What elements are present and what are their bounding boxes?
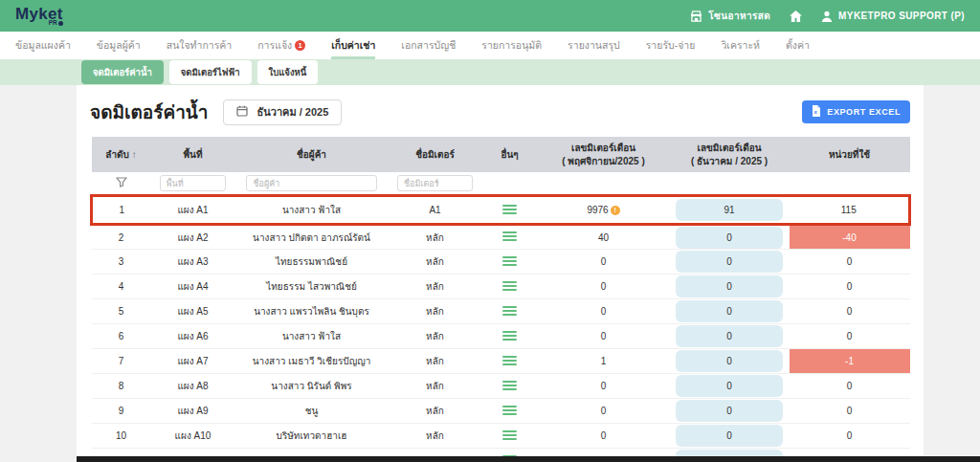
row-menu-icon[interactable] (502, 404, 517, 417)
nav-item-vendor-data[interactable]: ข้อมูลผู้ค้า (97, 32, 141, 59)
app-logo[interactable]: Myket PR (15, 6, 63, 27)
nav-item-income-expense[interactable]: รายรับ-จ่าย (646, 32, 696, 59)
cell-prev-month-reading: 0 (538, 374, 670, 399)
cell-current-month-reading: 0 (670, 399, 790, 424)
row-menu-icon[interactable] (502, 230, 517, 243)
notification-badge: 1 (295, 40, 305, 51)
nav-item-stall-data[interactable]: ข้อมูลแผงค้า (15, 32, 71, 59)
cell-order: 3 (92, 250, 151, 275)
filter-tenant-input[interactable] (246, 175, 376, 191)
row-menu-icon[interactable] (502, 379, 517, 392)
cell-meter-name: หลัก (389, 324, 482, 349)
row-menu-icon[interactable] (502, 203, 517, 216)
nav-item-approval-list[interactable]: รายการอนุมัติ (481, 32, 542, 59)
nav-item-label: รายรับ-จ่าย (646, 37, 696, 54)
cell-units-used: 0 (790, 299, 910, 324)
cell-prev-month-reading: 0 (538, 424, 670, 449)
cell-area: แผง A4 (151, 275, 235, 299)
filter-meter-input[interactable] (397, 175, 473, 191)
row-menu-icon[interactable] (502, 354, 517, 367)
current-reading-input[interactable]: 0 (676, 251, 783, 273)
filter-icon-cell (92, 172, 151, 196)
cell-prev-month-reading: 0 (538, 299, 670, 324)
column-header-units-used: หน่วยที่ใช้ (790, 137, 910, 172)
filter-area-input[interactable] (160, 175, 227, 191)
current-reading-input[interactable]: 0 (676, 227, 783, 249)
cell-tenant-name: นางสาว แพรวไพลิน ชินบุตร (235, 299, 389, 324)
filter-icon[interactable] (116, 179, 127, 189)
cell-meter-name: หลัก (389, 399, 482, 424)
nav-item-accounting-docs[interactable]: เอกสารบัญชี (401, 32, 456, 59)
cell-order: 7 (92, 349, 151, 374)
cell-tenant-name: นางสาว ฟ้าใส (235, 196, 389, 225)
table-row: 10แผง A10บริษัทเทวดาฮาเฮหลัก000 (92, 424, 910, 449)
tab-electric-meter[interactable]: จดมิเตอร์ไฟฟ้า (169, 60, 252, 84)
user-label: MYKETPRO SUPPORT (P) (838, 11, 965, 21)
nav-item-label: ข้อมูลผู้ค้า (97, 37, 141, 54)
nav-item-trade-interest[interactable]: สนใจทำการค้า (167, 32, 233, 59)
cell-misc (482, 275, 538, 299)
cell-units-used: 0 (790, 324, 910, 349)
tab-invoice[interactable]: ใบแจ้งหนี้ (257, 60, 319, 84)
cell-misc (482, 399, 538, 424)
cell-units-used: 0 (790, 374, 910, 399)
table-row: 6แผง A6นางสาว ฟ้าใสหลัก000 (92, 324, 910, 349)
cell-order: 1 (92, 196, 151, 225)
svg-text:x: x (814, 109, 818, 115)
row-menu-icon[interactable] (502, 304, 517, 318)
table-row: 8แผง A8นางสาว นิรันด์ พิพรหลัก000 (92, 374, 910, 399)
current-reading-input[interactable]: 0 (676, 425, 783, 447)
row-menu-icon[interactable] (502, 429, 517, 442)
cell-current-month-reading: 0 (670, 275, 790, 299)
warning-icon[interactable]: ! (611, 206, 620, 215)
cell-prev-month-reading: 0 (538, 275, 670, 299)
row-menu-icon[interactable] (502, 279, 517, 293)
nav-item-summary-report[interactable]: รายงานสรุป (568, 32, 620, 59)
filter-row (92, 172, 910, 196)
cell-misc (482, 324, 538, 349)
main-content: จดมิเตอร์ค่าน้ำ ธันวาคม / 2025 x EXPORT … (77, 85, 924, 462)
user-menu[interactable]: MYKETPRO SUPPORT (P) (821, 11, 965, 22)
tab-water-meter[interactable]: จดมิเตอร์ค่าน้ำ (81, 60, 164, 84)
cell-meter-name: หลัก (389, 299, 482, 324)
current-reading-input[interactable]: 0 (676, 375, 783, 397)
nav-item-analysis[interactable]: วิเคราะห์ (721, 32, 760, 59)
nav-item-settings[interactable]: ตั้งค่า (786, 32, 810, 59)
store-icon (690, 11, 702, 22)
current-reading-input[interactable]: 91 (676, 199, 783, 221)
cell-area: แผง A7 (151, 349, 235, 374)
nav-item-label: สนใจทำการค้า (167, 37, 233, 54)
export-excel-button[interactable]: x EXPORT EXCEL (802, 100, 910, 123)
tab-strip: จดมิเตอร์ค่าน้ำจดมิเตอร์ไฟฟ้าใบแจ้งหนี้ (0, 59, 980, 85)
cell-current-month-reading: 0 (670, 225, 790, 250)
cell-prev-month-reading: 1 (538, 349, 670, 374)
cell-units-used: 115 (790, 196, 910, 225)
nav-item-rent-collection[interactable]: เก็บค่าเช่า (331, 32, 375, 59)
current-reading-input[interactable]: 0 (676, 325, 783, 347)
column-header-order[interactable]: ลำดับ ↑ (92, 137, 151, 172)
current-reading-input[interactable]: 0 (676, 400, 783, 422)
nav-item-notifications[interactable]: การแจ้ง1 (257, 32, 305, 59)
cell-meter-name: หลัก (389, 349, 482, 374)
current-reading-input[interactable]: 0 (676, 275, 783, 297)
home-button[interactable] (790, 11, 802, 22)
zone-selector[interactable]: โซนอาหารสด (690, 9, 770, 23)
cell-misc (482, 225, 538, 250)
current-reading-input[interactable]: 0 (676, 350, 783, 372)
home-icon (790, 11, 802, 22)
cell-area: แผง A1 (151, 196, 235, 225)
cell-tenant-name: นางสาว เมธาวี วิเชียรปัญญา (235, 349, 389, 374)
current-reading-input[interactable]: 0 (676, 300, 783, 322)
column-header-current-month-reading: เลขมิเตอร์เดือน( ธันวาคม / 2025 ) (670, 137, 790, 172)
row-menu-icon[interactable] (502, 329, 517, 342)
calendar-icon (236, 105, 248, 119)
cell-meter-name: หลัก (389, 225, 482, 250)
cell-order: 8 (92, 374, 151, 399)
cell-tenant-name: ชนู (235, 399, 389, 424)
cell-units-used: 0 (790, 275, 910, 299)
month-picker[interactable]: ธันวาคม / 2025 (223, 99, 342, 125)
cell-meter-name: หลัก (389, 374, 482, 399)
row-menu-icon[interactable] (502, 254, 517, 268)
cell-current-month-reading: 91 (670, 196, 790, 225)
cell-units-used: 0 (790, 424, 910, 449)
